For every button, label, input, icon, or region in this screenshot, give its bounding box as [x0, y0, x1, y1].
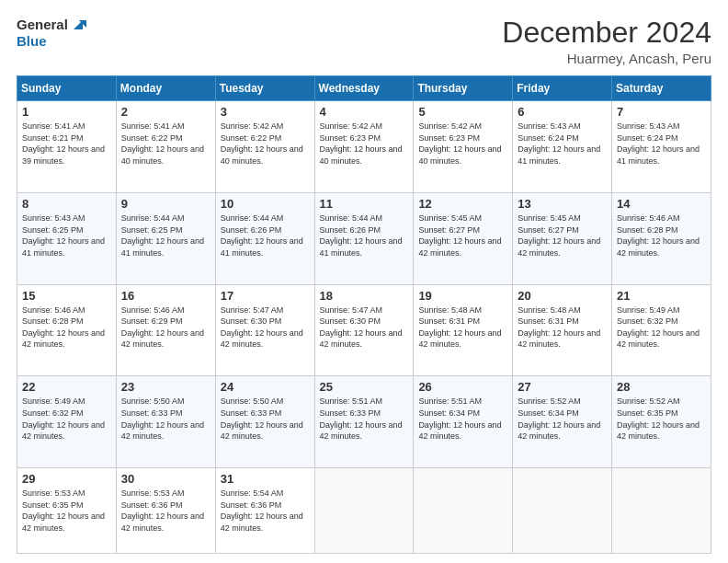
table-cell: 21 Sunrise: 5:49 AMSunset: 6:32 PMDaylig…: [612, 284, 711, 376]
table-cell: 28 Sunrise: 5:52 AMSunset: 6:35 PMDaylig…: [612, 376, 711, 468]
table-row: 22 Sunrise: 5:49 AMSunset: 6:32 PMDaylig…: [17, 376, 711, 468]
calendar-header-row: Sunday Monday Tuesday Wednesday Thursday…: [17, 76, 711, 101]
header: General Blue December 2024 Huarmey, Anca…: [17, 17, 711, 66]
table-cell: 13 Sunrise: 5:45 AMSunset: 6:27 PMDaylig…: [513, 192, 612, 284]
empty-cell: [314, 468, 414, 554]
logo: General Blue: [17, 17, 86, 49]
title-block: December 2024 Huarmey, Ancash, Peru: [502, 17, 711, 66]
table-cell: 4 Sunrise: 5:42 AMSunset: 6:23 PMDayligh…: [314, 101, 414, 193]
table-cell: 3 Sunrise: 5:42 AMSunset: 6:22 PMDayligh…: [215, 101, 314, 193]
table-cell: 6 Sunrise: 5:43 AMSunset: 6:24 PMDayligh…: [513, 101, 612, 193]
col-sunday: Sunday: [17, 76, 117, 101]
table-cell: 7 Sunrise: 5:43 AMSunset: 6:24 PMDayligh…: [612, 101, 711, 193]
table-cell: 27 Sunrise: 5:52 AMSunset: 6:34 PMDaylig…: [513, 376, 612, 468]
table-row: 1 Sunrise: 5:41 AMSunset: 6:21 PMDayligh…: [17, 101, 711, 193]
table-cell: 20 Sunrise: 5:48 AMSunset: 6:31 PMDaylig…: [513, 284, 612, 376]
table-cell: 30 Sunrise: 5:53 AMSunset: 6:36 PMDaylig…: [116, 468, 215, 554]
empty-cell: [414, 468, 513, 554]
month-title: December 2024: [502, 17, 711, 49]
table-cell: 16 Sunrise: 5:46 AMSunset: 6:29 PMDaylig…: [116, 284, 215, 376]
table-cell: 26 Sunrise: 5:51 AMSunset: 6:34 PMDaylig…: [414, 376, 513, 468]
col-tuesday: Tuesday: [215, 76, 314, 101]
table-cell: 22 Sunrise: 5:49 AMSunset: 6:32 PMDaylig…: [17, 376, 117, 468]
col-wednesday: Wednesday: [314, 76, 414, 101]
col-friday: Friday: [513, 76, 612, 101]
table-cell: 19 Sunrise: 5:48 AMSunset: 6:31 PMDaylig…: [414, 284, 513, 376]
table-cell: 10 Sunrise: 5:44 AMSunset: 6:26 PMDaylig…: [215, 192, 314, 284]
logo-arrow-icon: [70, 17, 86, 33]
table-cell: 2 Sunrise: 5:41 AMSunset: 6:22 PMDayligh…: [116, 101, 215, 193]
table-cell: 24 Sunrise: 5:50 AMSunset: 6:33 PMDaylig…: [215, 376, 314, 468]
table-cell: 29 Sunrise: 5:53 AMSunset: 6:35 PMDaylig…: [17, 468, 117, 554]
page: General Blue December 2024 Huarmey, Anca…: [0, 0, 728, 563]
table-cell: 5 Sunrise: 5:42 AMSunset: 6:23 PMDayligh…: [414, 101, 513, 193]
table-cell: 25 Sunrise: 5:51 AMSunset: 6:33 PMDaylig…: [314, 376, 414, 468]
empty-cell: [513, 468, 612, 554]
table-row: 15 Sunrise: 5:46 AMSunset: 6:28 PMDaylig…: [17, 284, 711, 376]
table-cell: 14 Sunrise: 5:46 AMSunset: 6:28 PMDaylig…: [612, 192, 711, 284]
table-row: 8 Sunrise: 5:43 AMSunset: 6:25 PMDayligh…: [17, 192, 711, 284]
table-cell: 9 Sunrise: 5:44 AMSunset: 6:25 PMDayligh…: [116, 192, 215, 284]
table-cell: 8 Sunrise: 5:43 AMSunset: 6:25 PMDayligh…: [17, 192, 117, 284]
col-monday: Monday: [116, 76, 215, 101]
table-cell: 15 Sunrise: 5:46 AMSunset: 6:28 PMDaylig…: [17, 284, 117, 376]
table-cell: 18 Sunrise: 5:47 AMSunset: 6:30 PMDaylig…: [314, 284, 414, 376]
table-cell: 1 Sunrise: 5:41 AMSunset: 6:21 PMDayligh…: [17, 101, 117, 193]
col-thursday: Thursday: [414, 76, 513, 101]
table-row: 29 Sunrise: 5:53 AMSunset: 6:35 PMDaylig…: [17, 468, 711, 554]
table-cell: 17 Sunrise: 5:47 AMSunset: 6:30 PMDaylig…: [215, 284, 314, 376]
calendar-table: Sunday Monday Tuesday Wednesday Thursday…: [17, 75, 711, 554]
table-cell: 31 Sunrise: 5:54 AMSunset: 6:36 PMDaylig…: [215, 468, 314, 554]
table-cell: 12 Sunrise: 5:45 AMSunset: 6:27 PMDaylig…: [414, 192, 513, 284]
table-cell: 23 Sunrise: 5:50 AMSunset: 6:33 PMDaylig…: [116, 376, 215, 468]
col-saturday: Saturday: [612, 76, 711, 101]
table-cell: 11 Sunrise: 5:44 AMSunset: 6:26 PMDaylig…: [314, 192, 414, 284]
empty-cell: [612, 468, 711, 554]
location: Huarmey, Ancash, Peru: [502, 51, 711, 66]
